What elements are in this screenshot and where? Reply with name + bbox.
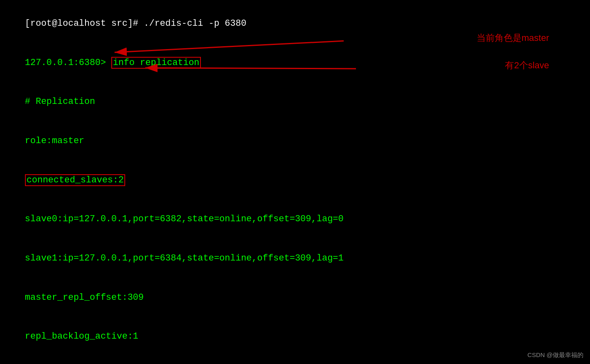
role-line: role:master	[3, 121, 587, 161]
info-replication-cmd: info replication	[111, 57, 201, 69]
backlog-active-text: repl_backlog_active:1	[25, 331, 138, 342]
slave0-line: slave0:ip=127.0.0.1,port=6382,state=onli…	[3, 200, 587, 239]
annotation-master: 当前角色是master	[477, 32, 549, 44]
watermark: CSDN @做最幸福的	[527, 351, 583, 359]
slave1-line: slave1:ip=127.0.0.1,port=6384,state=onli…	[3, 239, 587, 278]
role-text: role:master	[25, 136, 84, 146]
slave0-text: slave0:ip=127.0.0.1,port=6382,state=onli…	[25, 214, 344, 224]
connected-slaves-line: connected_slaves:2	[3, 161, 587, 200]
master-offset-text: master_repl_offset:309	[25, 292, 144, 303]
redis-prompt: 127.0.0.1:6380>	[25, 58, 111, 68]
backlog-size-line: repl_backlog_size:1048576	[3, 356, 587, 364]
master-offset-line: master_repl_offset:309	[3, 278, 587, 317]
command-text: ./redis-cli -p 6380	[144, 18, 246, 29]
prompt-text: [root@localhost src]#	[25, 18, 144, 29]
connected-slaves-text: connected_slaves:2	[25, 174, 126, 186]
backlog-active-line: repl_backlog_active:1	[3, 317, 587, 356]
annotation-slave: 有2个slave	[505, 59, 549, 72]
info-replication-line: 127.0.0.1:6380> info replication	[3, 43, 587, 83]
slave1-text: slave1:ip=127.0.0.1,port=6384,state=onli…	[25, 253, 344, 263]
terminal-window: [root@localhost src]# ./redis-cli -p 638…	[0, 0, 590, 364]
replication-section: # Replication	[3, 82, 587, 121]
